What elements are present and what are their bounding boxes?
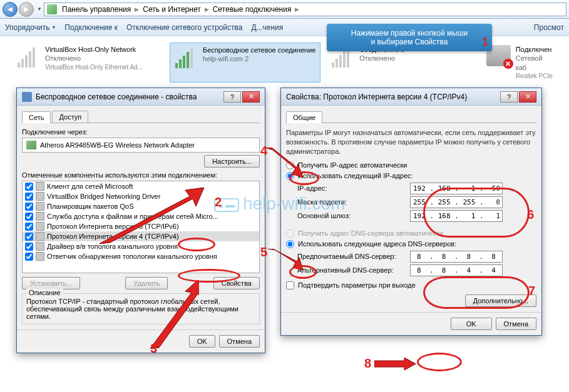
radio-manual-ip[interactable]: Использовать следующий IP-адрес:: [286, 172, 536, 180]
advanced-button[interactable]: Дополнительно...: [465, 294, 536, 307]
tab-sharing[interactable]: Доступ: [52, 111, 88, 123]
radio-manual-dns[interactable]: Использовать следующие адреса DNS-сервер…: [286, 240, 536, 248]
adapter-icon: [26, 141, 36, 149]
component-checkbox[interactable]: [25, 233, 33, 241]
cancel-button[interactable]: Отмена: [219, 335, 260, 348]
mask-label: Маска подсети:: [297, 198, 410, 206]
dns1-label: Предпочитаемый DNS-сервер:: [297, 253, 410, 260]
properties-button[interactable]: Свойства: [213, 277, 260, 289]
gateway-label: Основной шлюз:: [297, 212, 410, 219]
cancel-button[interactable]: Отмена: [496, 318, 536, 330]
tab-strip: Сеть Доступ: [22, 111, 260, 123]
marker-1: 1: [482, 36, 488, 49]
crumb-0[interactable]: Панель управления: [59, 5, 133, 14]
ipv4-properties-dialog: Свойства: Протокол Интернета версии 4 (T…: [280, 88, 542, 336]
tab-network[interactable]: Сеть: [22, 111, 51, 123]
ok-button[interactable]: OK: [451, 318, 492, 330]
dns2-label: Альтернативный DNS-сервер:: [297, 266, 410, 274]
help-button[interactable]: ?: [500, 91, 518, 103]
connection-lan[interactable]: ✕ Подключен Сетевой каб Realtek PCIe: [484, 43, 556, 83]
component-icon: [36, 232, 44, 241]
nav-history-dropdown[interactable]: ▼: [35, 2, 44, 17]
component-item[interactable]: Драйвер в/в тополога канального уровня: [23, 241, 259, 251]
close-button[interactable]: ✕: [519, 91, 536, 103]
component-icon: [36, 212, 44, 221]
component-checkbox[interactable]: [25, 203, 33, 211]
gateway-input[interactable]: [410, 210, 503, 222]
ip-input[interactable]: [410, 183, 503, 194]
connection-properties-dialog: Беспроводное сетевое соединение - свойст…: [16, 88, 265, 353]
menu-diagnose[interactable]: Д...чения: [251, 23, 283, 32]
dialog-titlebar: Беспроводное сетевое соединение - свойст…: [17, 88, 265, 106]
component-icon: [36, 222, 44, 231]
help-button[interactable]: ?: [223, 91, 241, 103]
component-item[interactable]: VirtualBox Bridged Networking Driver: [23, 191, 259, 201]
component-checkbox[interactable]: [25, 243, 33, 251]
dialog-titlebar: Свойства: Протокол Интернета версии 4 (T…: [281, 88, 541, 106]
dialog-icon: [22, 92, 32, 102]
component-icon: [36, 242, 44, 251]
dns1-input[interactable]: [410, 251, 503, 263]
signal-icon: [15, 45, 40, 70]
radio-auto-dns: Получить адрес DNS-сервера автоматически: [286, 229, 536, 238]
menu-organize[interactable]: Упорядочить▼: [5, 23, 56, 32]
instruction-tooltip: Нажимаем правой кнопкой мыши и выбираем …: [327, 24, 492, 51]
tab-general[interactable]: Общие: [286, 111, 322, 123]
ipv4-intro: Параметры IP могут назначаться автоматич…: [286, 128, 536, 156]
mask-input[interactable]: [410, 196, 503, 208]
connection-wireless[interactable]: Беспроводное сетевое соединение help-wif…: [170, 43, 320, 83]
component-icon: [36, 182, 44, 191]
ok-button[interactable]: OK: [189, 335, 215, 348]
component-icon: [36, 252, 44, 261]
configure-button[interactable]: Настроить...: [204, 155, 260, 168]
nav-back-button[interactable]: ◄: [3, 2, 18, 17]
uninstall-button[interactable]: Удалить: [125, 277, 168, 289]
component-checkbox[interactable]: [25, 223, 33, 231]
network-icon: [47, 4, 57, 14]
menu-view[interactable]: Просмот: [534, 23, 564, 32]
components-label: Отмеченные компоненты используются этим …: [22, 171, 260, 179]
component-item[interactable]: Протокол Интернета версии 6 (TCP/IPv6): [23, 221, 259, 231]
connection-vbox[interactable]: VirtualBox Host-Only Network Отключено V…: [13, 43, 163, 83]
connect-via-label: Подключение через:: [22, 128, 260, 136]
nav-forward-button[interactable]: ►: [19, 2, 34, 17]
component-item[interactable]: Планировщик пакетов QoS: [23, 201, 259, 211]
error-x-icon: ✕: [503, 59, 513, 69]
close-button[interactable]: ✕: [242, 91, 260, 103]
component-checkbox[interactable]: [25, 253, 33, 261]
dns2-input[interactable]: [410, 264, 503, 276]
crumb-1[interactable]: Сеть и Интернет: [140, 5, 203, 14]
menu-connect[interactable]: Подключение к: [64, 23, 118, 32]
radio-auto-ip[interactable]: Получить IP-адрес автоматически: [286, 161, 536, 169]
crumb-2[interactable]: Сетевые подключения: [210, 5, 294, 14]
signal-icon: [173, 46, 198, 71]
component-checkbox[interactable]: [25, 183, 33, 191]
component-item-ipv4[interactable]: Протокол Интернета версии 4 (TCP/IPv4): [23, 231, 259, 241]
confirm-exit-checkbox[interactable]: Подтвердить параметры при выходе: [286, 281, 536, 289]
description-group: Описание Протокол TCP/IP - стандартный п…: [22, 293, 260, 324]
component-icon: [36, 192, 44, 201]
components-list[interactable]: Клиент для сетей Microsoft VirtualBox Br…: [22, 181, 260, 273]
component-checkbox[interactable]: [25, 193, 33, 201]
breadcrumb-bar: ◄ ► ▼ Панель управления▶ Сеть и Интернет…: [0, 0, 569, 19]
component-item[interactable]: Ответчик обнаружения топологии канальног…: [23, 251, 259, 261]
component-checkbox[interactable]: [25, 213, 33, 221]
install-button[interactable]: Установить...: [22, 277, 80, 289]
adapter-display: Atheros AR9485WB-EG Wireless Network Ada…: [22, 138, 260, 153]
component-item[interactable]: Клиент для сетей Microsoft: [23, 181, 259, 191]
menu-disable[interactable]: Отключение сетевого устройства: [126, 23, 242, 32]
dialog-title: Беспроводное сетевое соединение - свойст…: [36, 93, 197, 101]
component-item[interactable]: Служба доступа к файлам и принтерам сете…: [23, 211, 259, 221]
ip-label: IP-адрес:: [297, 184, 410, 192]
dialog-title: Свойства: Протокол Интернета версии 4 (T…: [286, 93, 467, 101]
address-bar[interactable]: Панель управления▶ Сеть и Интернет▶ Сете…: [44, 3, 566, 16]
component-icon: [36, 202, 44, 211]
